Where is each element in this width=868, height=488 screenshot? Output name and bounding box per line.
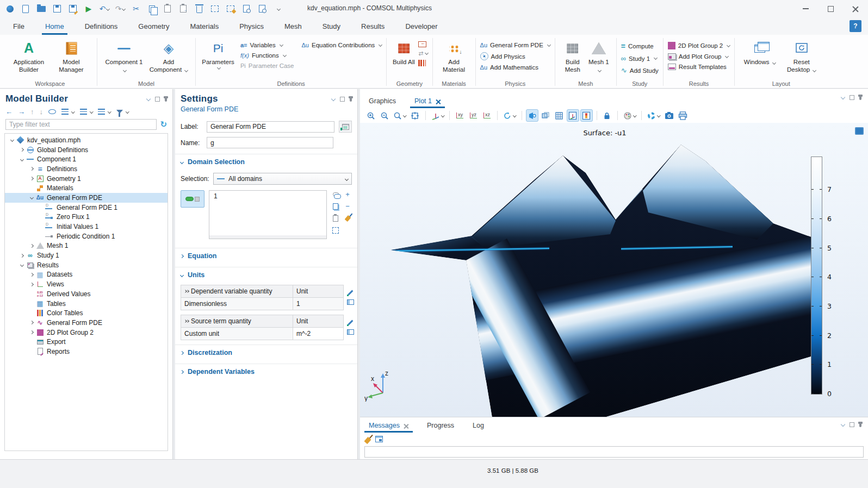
snapshot-icon[interactable] bbox=[663, 109, 675, 122]
name-field[interactable] bbox=[207, 137, 333, 148]
scene-light-icon[interactable] bbox=[526, 109, 538, 122]
add-study-button[interactable]: ∿ Add Study bbox=[621, 66, 659, 74]
tab-log[interactable]: Log bbox=[472, 418, 485, 433]
add-mathematics-button[interactable]: Δu Add Mathematics bbox=[480, 64, 550, 71]
copy-selection-icon[interactable] bbox=[331, 202, 340, 210]
tab-geometry[interactable]: Geometry bbox=[137, 19, 170, 34]
close-button[interactable] bbox=[843, 0, 868, 17]
maximize-button[interactable] bbox=[818, 0, 843, 17]
label-field[interactable] bbox=[207, 121, 334, 133]
panel-menu-icon[interactable] bbox=[146, 97, 151, 101]
filter-icon[interactable] bbox=[116, 110, 129, 114]
domain-selection-list[interactable]: 1 bbox=[209, 190, 327, 239]
mesh-1-button[interactable]: Mesh 1 bbox=[586, 38, 612, 74]
tree-item-component-1[interactable]: Component 1 bbox=[5, 154, 168, 164]
section-dependent-variables[interactable]: Dependent Variables bbox=[175, 364, 357, 379]
insert-sequence-icon[interactable]: ⇄ bbox=[418, 50, 427, 57]
tree-item-general-form-pde[interactable]: ΔuGeneral Form PDE bbox=[5, 193, 168, 203]
select-box-icon[interactable] bbox=[209, 3, 220, 14]
tree-item-general-form-pde-results[interactable]: ∿General Form PDE bbox=[5, 318, 168, 328]
refresh-icon[interactable]: ↻ bbox=[160, 120, 167, 129]
panel-float-icon[interactable] bbox=[155, 97, 160, 102]
duplicate-icon[interactable] bbox=[178, 3, 189, 14]
orientation-axes-icon[interactable] bbox=[567, 109, 579, 122]
tree-item-general-form-pde-1[interactable]: General Form PDE 1 bbox=[5, 203, 168, 212]
tree-item-geometry-1[interactable]: AGeometry 1 bbox=[5, 174, 168, 184]
tab-file[interactable]: File bbox=[12, 19, 26, 34]
panel-pin-icon[interactable] bbox=[165, 96, 167, 102]
remove-from-selection-icon[interactable]: − bbox=[343, 202, 352, 210]
close-tab-icon[interactable] bbox=[404, 423, 408, 428]
rotate-icon[interactable] bbox=[501, 109, 518, 122]
paste-icon[interactable] bbox=[162, 3, 173, 14]
panel-pin-icon[interactable] bbox=[859, 95, 861, 100]
tree-item-global-definitions[interactable]: Global Definitions bbox=[5, 145, 168, 155]
move-down-icon[interactable]: ↓ bbox=[40, 108, 44, 116]
windows-button[interactable]: Windows bbox=[743, 38, 777, 66]
open-file-icon[interactable] bbox=[36, 3, 47, 14]
selection-dropdown[interactable]: All domains bbox=[213, 173, 352, 185]
copy-icon[interactable] bbox=[146, 3, 157, 14]
color-theme-icon[interactable] bbox=[622, 109, 638, 122]
zoom-in-icon[interactable] bbox=[364, 109, 377, 122]
active-selection-toggle[interactable] bbox=[181, 190, 204, 208]
geometry-parts-icon[interactable] bbox=[418, 60, 426, 66]
view-xy-icon[interactable]: xy bbox=[454, 109, 466, 122]
tree-item-results[interactable]: Results bbox=[5, 260, 168, 270]
default-view-icon[interactable] bbox=[430, 109, 446, 122]
variables-button[interactable]: a= Variables bbox=[240, 42, 294, 48]
tree-item-definitions[interactable]: ≡Definitions bbox=[5, 164, 168, 174]
find-replace-icon[interactable] bbox=[257, 3, 268, 14]
show-icon[interactable] bbox=[48, 109, 56, 114]
toolbar-options-icon[interactable] bbox=[272, 3, 283, 14]
tree-item-export[interactable]: Export bbox=[5, 337, 168, 347]
color-legend-icon[interactable] bbox=[580, 109, 593, 122]
component-1-button[interactable]: Component 1 bbox=[103, 38, 145, 74]
functions-button[interactable]: f(x) Functions bbox=[240, 52, 294, 59]
expand-table-icon[interactable] bbox=[184, 290, 189, 292]
tree-item-mesh-1[interactable]: Mesh 1 bbox=[5, 241, 168, 251]
node-options-icon[interactable] bbox=[98, 109, 111, 115]
clear-selection-icon[interactable] bbox=[225, 3, 236, 14]
panel-float-icon[interactable] bbox=[850, 422, 854, 427]
plot-group-2-button[interactable]: 2D Plot Group 2 bbox=[668, 42, 730, 49]
import-geometry-icon[interactable] bbox=[418, 41, 426, 47]
reset-desktop-button[interactable]: Reset Desktop bbox=[784, 38, 820, 74]
add-plot-group-button[interactable]: Add Plot Group bbox=[668, 53, 730, 60]
section-domain-selection[interactable]: Domain Selection bbox=[175, 154, 357, 170]
compute-button[interactable]: = Compute bbox=[621, 42, 659, 51]
tab-progress[interactable]: Progress bbox=[426, 418, 455, 433]
domain-list-item[interactable]: 1 bbox=[214, 192, 218, 200]
expand-table-icon[interactable] bbox=[184, 320, 189, 322]
tab-definitions[interactable]: Definitions bbox=[84, 19, 119, 34]
tab-study[interactable]: Study bbox=[321, 19, 342, 34]
collapse-all-icon[interactable] bbox=[80, 109, 93, 115]
transparency-icon[interactable] bbox=[540, 109, 552, 122]
tab-physics[interactable]: Physics bbox=[238, 19, 265, 34]
minimize-button[interactable] bbox=[793, 0, 818, 17]
tree-item-views[interactable]: Views bbox=[5, 279, 168, 289]
panel-menu-icon[interactable] bbox=[331, 97, 336, 101]
section-discretization[interactable]: Discretization bbox=[175, 345, 357, 360]
table-settings-icon[interactable] bbox=[347, 329, 354, 335]
tab-home[interactable]: Home bbox=[44, 19, 65, 34]
model-manager-button[interactable]: Model Manager bbox=[50, 38, 92, 74]
run-icon[interactable]: ▶ bbox=[83, 3, 94, 14]
result-templates-button[interactable]: Result Templates bbox=[668, 64, 730, 70]
close-tab-icon[interactable] bbox=[436, 99, 441, 104]
panel-menu-icon[interactable] bbox=[841, 95, 845, 99]
delete-icon[interactable] bbox=[194, 3, 204, 14]
physics-interface-button[interactable]: Δu General Form PDE bbox=[480, 42, 550, 48]
edit-quantity-icon[interactable] bbox=[347, 289, 354, 296]
find-icon[interactable] bbox=[241, 3, 252, 14]
tree-item-root[interactable]: kdv_equation.mph bbox=[5, 135, 168, 145]
environment-icon[interactable] bbox=[646, 109, 662, 122]
save-as-icon[interactable] bbox=[67, 3, 78, 14]
tab-mesh[interactable]: Mesh bbox=[283, 19, 303, 34]
table-settings-icon[interactable] bbox=[347, 299, 354, 305]
plot-area[interactable]: Surface: -u1 bbox=[360, 123, 868, 417]
move-up-icon[interactable]: ↑ bbox=[30, 108, 34, 116]
tree-item-zero-flux-1[interactable]: Zero Flux 1 bbox=[5, 212, 168, 222]
tab-results[interactable]: Results bbox=[360, 19, 386, 34]
tree-item-tables[interactable]: ▦Tables bbox=[5, 299, 168, 309]
